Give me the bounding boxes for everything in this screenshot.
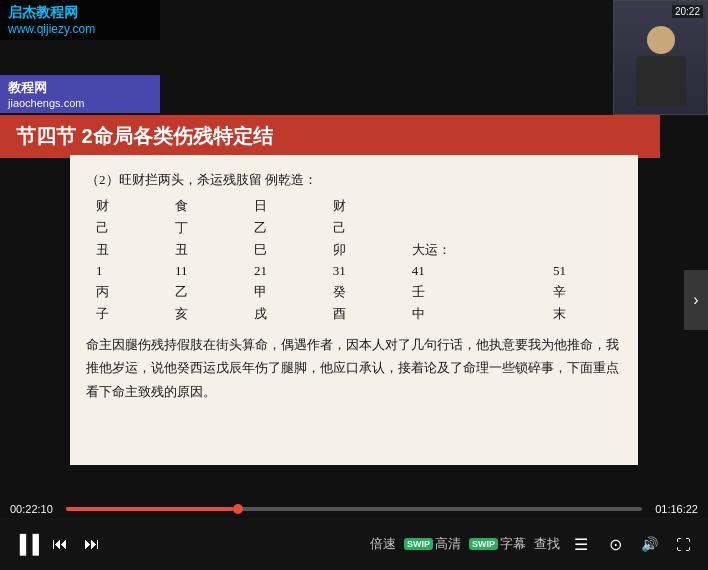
volume-button[interactable]: 🔊 <box>636 531 662 557</box>
row1-c4: 己 <box>323 217 402 239</box>
row5-c3: 戌 <box>244 303 323 325</box>
controls-bar: ▐▐ ⏮ ⏭ 倍速 SWIP 高清 SWIP 字幕 查找 ☰ ⊙ <box>0 518 708 570</box>
cast-button[interactable]: ⊙ <box>602 531 628 557</box>
play-pause-icon: ▐▐ <box>13 534 39 555</box>
section-title-bar: 节四节 2命局各类伤残特定结 <box>0 115 660 158</box>
watermark-title-2: 教程网 <box>8 79 152 97</box>
swip-badge-1: SWIP <box>404 538 433 550</box>
watermark-url-2: jiaochengs.com <box>8 97 152 109</box>
playlist-button[interactable]: ☰ <box>568 531 594 557</box>
row2-c5: 大运： <box>402 239 543 261</box>
table-row-4: 丙 乙 甲 癸 壬 辛 <box>86 281 622 303</box>
row3-c1: 1 <box>86 261 165 281</box>
row3-c4: 31 <box>323 261 402 281</box>
thumbnail: 20:22 <box>613 0 708 115</box>
row5-c1: 子 <box>86 303 165 325</box>
person-head <box>647 26 675 54</box>
row4-c5: 壬 <box>402 281 543 303</box>
row3-c3: 21 <box>244 261 323 281</box>
row4-c2: 乙 <box>165 281 244 303</box>
row2-c1: 丑 <box>86 239 165 261</box>
person-body <box>636 56 686 106</box>
row4-c4: 癸 <box>323 281 402 303</box>
table-row-3: 1 11 21 31 41 51 <box>86 261 622 281</box>
prev-button[interactable]: ⏮ <box>48 532 72 556</box>
content-table: 财 食 日 财 己 丁 乙 己 丑 丑 巳 卯 大运： 1 11 21 <box>86 195 622 325</box>
play-pause-button[interactable]: ▐▐ <box>12 530 40 558</box>
header-cai: 财 <box>86 195 165 217</box>
subtitle-badge[interactable]: SWIP 字幕 <box>469 535 526 553</box>
row2-c2: 丑 <box>165 239 244 261</box>
watermark-bar-1: 启杰教程网 www.qijiezy.com <box>0 0 160 40</box>
fullscreen-button[interactable]: ⛶ <box>670 531 696 557</box>
subtitle-label: 字幕 <box>500 535 526 553</box>
table-row-2: 丑 丑 巳 卯 大运： <box>86 239 622 261</box>
progress-bar[interactable] <box>66 507 642 511</box>
row1-c1: 己 <box>86 217 165 239</box>
speed-button[interactable]: 倍速 <box>370 535 396 553</box>
section-title-text: 节四节 2命局各类伤残特定结 <box>16 123 273 150</box>
row2-c3: 巳 <box>244 239 323 261</box>
row3-c6: 51 <box>543 261 622 281</box>
row5-c4: 酉 <box>323 303 402 325</box>
quality-badge[interactable]: SWIP 高清 <box>404 535 461 553</box>
row3-c2: 11 <box>165 261 244 281</box>
quality-label: 高清 <box>435 535 461 553</box>
row5-c2: 亥 <box>165 303 244 325</box>
cast-icon: ⊙ <box>609 535 622 554</box>
thumbnail-time: 20:22 <box>672 5 703 18</box>
progress-dot <box>233 504 243 514</box>
search-button[interactable]: 查找 <box>534 535 560 553</box>
content-paragraph: 命主因腿伤残持假肢在街头算命，偶遇作者，因本人对了几句行话，他执意要我为他推命，… <box>86 333 622 403</box>
time-total: 01:16:22 <box>650 503 698 515</box>
watermark-url-1: www.qijiezy.com <box>8 22 152 36</box>
video-container: 启杰教程网 www.qijiezy.com 教程网 jiaochengs.com… <box>0 0 708 570</box>
next-button[interactable]: ⏭ <box>80 532 104 556</box>
arrow-right-icon: › <box>693 291 698 309</box>
row4-c1: 丙 <box>86 281 165 303</box>
next-icon: ⏭ <box>84 535 100 553</box>
prev-icon: ⏮ <box>52 535 68 553</box>
row2-c4: 卯 <box>323 239 402 261</box>
header-cai2: 财 <box>323 195 402 217</box>
table-row-5: 子 亥 戌 酉 中 末 <box>86 303 622 325</box>
header-ri: 日 <box>244 195 323 217</box>
arrow-right-button[interactable]: › <box>684 270 708 330</box>
volume-icon: 🔊 <box>641 536 658 552</box>
swip-badge-2: SWIP <box>469 538 498 550</box>
row1-c3: 乙 <box>244 217 323 239</box>
playlist-icon: ☰ <box>574 535 588 554</box>
time-elapsed: 00:22:10 <box>10 503 58 515</box>
table-row-1: 己 丁 乙 己 <box>86 217 622 239</box>
row4-c6: 辛 <box>543 281 622 303</box>
row4-c3: 甲 <box>244 281 323 303</box>
progress-area[interactable]: 00:22:10 01:16:22 <box>0 500 708 518</box>
watermark-title-1: 启杰教程网 <box>8 4 152 22</box>
header-shi: 食 <box>165 195 244 217</box>
watermark-bar-2: 教程网 jiaochengs.com <box>0 75 160 113</box>
row5-c5: 中 <box>402 303 543 325</box>
fullscreen-icon: ⛶ <box>676 536 691 553</box>
row3-c5: 41 <box>402 261 543 281</box>
progress-bar-fill <box>66 507 233 511</box>
content-area: （2）旺财拦两头，杀运残肢留 例乾造： 财 食 日 财 己 丁 乙 己 丑 丑 … <box>70 155 638 465</box>
table-row-headers: 财 食 日 财 <box>86 195 622 217</box>
row1-c2: 丁 <box>165 217 244 239</box>
content-intro: （2）旺财拦两头，杀运残肢留 例乾造： <box>86 169 622 191</box>
row5-c6: 末 <box>543 303 622 325</box>
